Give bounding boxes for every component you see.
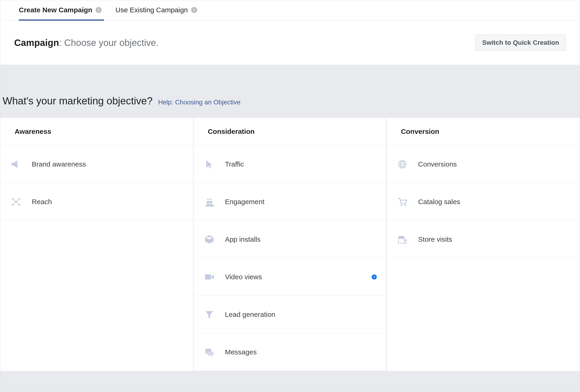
objective-question: What's your marketing objective? (2, 95, 153, 107)
objective-label: Traffic (225, 160, 244, 168)
tab-create-new-campaign[interactable]: Create New Campaign i (19, 6, 102, 20)
objective-label: Engagement (225, 198, 265, 206)
chat-icon (203, 346, 215, 358)
top-card: Create New Campaign i Use Existing Campa… (0, 0, 580, 65)
column-conversion: Conversion Conversions Catalog sales Sto… (387, 118, 580, 371)
objective-store-visits[interactable]: Store visits (387, 221, 580, 258)
objective-label: Reach (32, 198, 52, 206)
store-icon (396, 233, 408, 246)
title-strong: Campaign (14, 38, 59, 48)
tab-use-existing-campaign[interactable]: Use Existing Campaign i (116, 6, 197, 20)
objective-label: Brand awareness (32, 160, 86, 168)
objective-label: App installs (225, 236, 261, 243)
objective-label: Catalog sales (418, 198, 460, 206)
objective-question-row: What's your marketing objective? Help: C… (0, 65, 580, 118)
objective-catalog-sales[interactable]: Catalog sales (387, 183, 580, 221)
objective-messages[interactable]: Messages (193, 333, 386, 371)
cart-icon (396, 196, 408, 208)
objective-label: Messages (225, 348, 257, 356)
objectives-grid: Awareness Brand awareness Reach Consider… (0, 118, 580, 371)
objective-label: Store visits (418, 236, 452, 243)
video-icon (203, 271, 215, 283)
box-icon (203, 233, 215, 246)
column-awareness: Awareness Brand awareness Reach (0, 118, 193, 371)
objective-label: Conversions (418, 160, 457, 168)
objective-app-installs[interactable]: App installs (193, 221, 386, 258)
tab-label: Use Existing Campaign (116, 6, 188, 14)
objective-engagement[interactable]: Engagement (193, 183, 386, 221)
objective-lead-generation[interactable]: Lead generation (193, 296, 386, 333)
help-choosing-objective-link[interactable]: Help: Choosing an Objective (158, 99, 241, 106)
objective-brand-awareness[interactable]: Brand awareness (0, 145, 193, 183)
column-header-awareness: Awareness (0, 118, 193, 145)
megaphone-icon (10, 158, 22, 170)
campaign-creation-tabs: Create New Campaign i Use Existing Campa… (0, 0, 580, 21)
objective-reach[interactable]: Reach (0, 183, 193, 221)
switch-to-quick-creation-button[interactable]: Switch to Quick Creation (476, 35, 566, 51)
network-icon (10, 196, 22, 208)
cursor-icon (203, 158, 215, 170)
column-header-conversion: Conversion (387, 118, 580, 145)
info-icon[interactable]: i (96, 7, 102, 13)
page-title: Campaign: Choose your objective. (14, 38, 158, 48)
info-icon[interactable]: i (191, 7, 197, 13)
title-row: Campaign: Choose your objective. Switch … (0, 21, 580, 65)
column-header-consideration: Consideration (193, 118, 386, 145)
objective-conversions[interactable]: Conversions (387, 145, 580, 183)
globe-icon (396, 158, 408, 170)
objective-label: Video views (225, 273, 262, 281)
objective-video-views[interactable]: Video views i (193, 258, 386, 296)
info-icon[interactable]: i (372, 274, 377, 279)
objective-label: Lead generation (225, 311, 275, 318)
title-sub: : Choose your objective. (59, 38, 158, 48)
people-icon (203, 196, 215, 208)
objective-traffic[interactable]: Traffic (193, 145, 386, 183)
tab-label: Create New Campaign (19, 6, 92, 14)
column-consideration: Consideration Traffic Engagement App ins… (193, 118, 387, 371)
funnel-icon (203, 308, 215, 321)
